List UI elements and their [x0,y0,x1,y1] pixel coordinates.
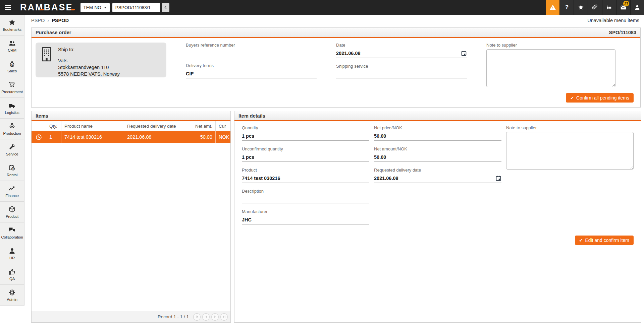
previous-page-button[interactable] [202,313,210,321]
sidebar-item-label: Logistics [5,111,19,115]
field-label: Net price/NOK [374,125,501,130]
date-field[interactable]: Date 2021.06.08 [336,43,467,58]
sidebar-item-rental[interactable]: $ Rental [0,160,24,181]
money-bag-icon: $ [8,60,16,68]
field-value: 1 pcs [242,153,254,161]
breadcrumb-pspo[interactable]: PSPO [31,18,45,23]
unavailable-menu-items-link[interactable]: Unavailable menu items [587,18,639,23]
system-select[interactable]: TEM-NO [80,3,110,12]
wrench-icon [8,143,16,151]
ship-to-label: Ship to: [58,46,120,53]
confirm-all-pending-items-button[interactable]: Confirm all pending items [566,93,634,103]
ship-to-name: Vats [58,57,120,64]
help-button[interactable]: ? [560,0,574,15]
sidebar-item-label: Rental [7,173,17,177]
sidebar-item-qa[interactable]: QA [0,264,24,285]
sidebar-item-service[interactable]: Service [0,139,24,160]
net-price-field[interactable]: Net price/NOK 50.00 [374,125,501,141]
field-value: JHC [242,216,252,224]
cubes-icon [8,122,16,130]
requested-delivery-date-field[interactable]: Requested delivery date 2021.06.08 [374,168,501,183]
sidebar-item-label: Product [6,214,18,218]
table-row-selected[interactable]: 1 7414 test 030216 2021.06.08 50.00 NOK [32,131,230,143]
delivery-terms-field[interactable]: Delivery terms CIF [186,63,317,78]
row-qty: 1 [46,131,61,143]
messages-button[interactable]: 27 [616,0,630,15]
calendar-icon[interactable] [495,175,501,181]
note-to-supplier-textarea[interactable] [486,49,615,87]
sidebar-item-label: Service [6,152,18,156]
unconfirmed-quantity-field[interactable]: Unconfirmed quantity 1 pcs [242,146,369,162]
items-empty-area [32,143,230,311]
people-icon [8,39,16,47]
last-page-button[interactable] [220,313,228,321]
alert-button[interactable] [546,0,559,15]
sidebar-item-label: Admin [7,298,17,302]
ship-to-address2: 5578 NEDRE VATS, Norway [58,71,120,77]
back-button[interactable] [162,3,169,12]
favorites-button[interactable] [574,0,588,15]
main-content: PSPO › PSPOD Unavailable menu items Purc… [24,15,644,328]
field-label: Manufacturer [242,209,369,214]
chat-icon [8,226,16,234]
items-table-header: Qty. Product name Requested delivery dat… [32,121,230,131]
items-table: Qty. Product name Requested delivery dat… [32,121,230,143]
item-details-panel: Item details Quantity 1 pcs Unconfirmed … [234,111,641,323]
sidebar-item-finance[interactable]: Finance [0,181,24,202]
purchase-order-header: Purchase order SPO/111083 [32,28,640,38]
question-icon: ? [565,4,569,11]
next-page-button[interactable] [211,313,219,321]
panel-title: Items [36,113,48,119]
attachment-button[interactable] [588,0,602,15]
field-label: Description [242,189,369,194]
sidebar-item-production[interactable]: Production [0,119,24,139]
rambase-logo[interactable]: RAMBASE [20,2,73,13]
truck-icon [8,102,16,110]
edit-and-confirm-item-button[interactable]: Edit and confirm item [575,236,634,245]
user-button[interactable] [631,0,644,15]
topbar-icons: ? 27 [546,0,644,15]
row-status-cell [32,131,46,143]
sidebar-item-collaboration[interactable]: Collaboration [0,222,24,243]
field-value: 7414 test 030216 [242,174,280,182]
item-note-to-supplier-textarea[interactable] [506,132,634,170]
messages-badge: 27 [623,1,629,6]
sidebar-item-product[interactable]: Product [0,202,24,222]
next-page-icon [213,315,217,319]
field-label: Product [242,168,369,173]
sidebar-item-crm[interactable]: CRM [0,36,24,56]
field-label: Date [336,43,467,48]
column-header-requested-delivery-date: Requested delivery date [124,121,187,131]
check-icon [579,238,583,243]
column-header-cur: Cur [216,121,231,131]
items-panel: Items Qty. Product name Requested delive… [31,111,231,323]
row-requested-delivery-date: 2021.06.08 [124,131,187,143]
first-page-button[interactable] [193,313,201,321]
quantity-field[interactable]: Quantity 1 pcs [242,125,369,141]
sidebar-item-hr[interactable]: HR [0,243,24,264]
sidebar-item-logistics[interactable]: Logistics [0,98,24,119]
check-icon [570,95,574,101]
button-label: Edit and confirm item [585,238,630,243]
cube-icon [8,205,16,213]
shipping-service-field[interactable]: Shipping service [336,64,467,78]
document-id-input[interactable] [112,3,160,12]
task-list-button[interactable] [602,0,616,15]
sidebar-item-procurement[interactable]: Procurement [0,77,24,98]
calendar-icon[interactable] [461,50,467,56]
user-icon [634,4,641,11]
manufacturer-field[interactable]: Manufacturer JHC [242,209,369,224]
field-value: 50.00 [374,132,386,140]
description-field[interactable]: Description [242,189,369,203]
product-field[interactable]: Product 7414 test 030216 [242,168,369,183]
sidebar-item-bookmarks[interactable]: Bookmarks [0,15,24,36]
sidebar-item-admin[interactable]: Admin [0,285,24,306]
svg-text:$: $ [12,168,14,170]
net-amount-field[interactable]: Net amount/NOK 50.00 [374,146,501,162]
document-id: SPO/111083 [609,30,636,35]
buyers-reference-field[interactable]: Buyers reference number [186,43,317,57]
gear-icon [8,288,16,297]
sidebar-item-sales[interactable]: $ Sales [0,56,24,77]
menu-icon[interactable] [0,0,15,15]
breadcrumb-separator: › [47,18,49,23]
